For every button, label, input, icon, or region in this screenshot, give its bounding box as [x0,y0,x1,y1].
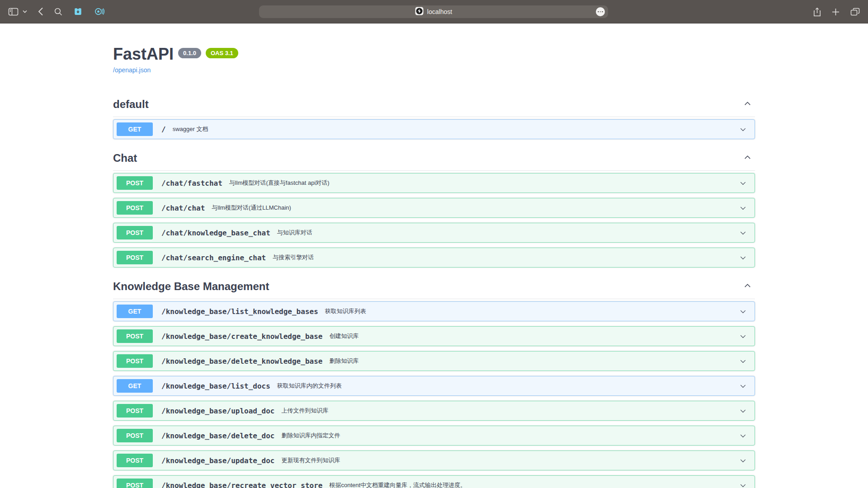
chevron-up-icon [743,103,752,110]
method-badge: POST [117,251,153,264]
method-badge: POST [117,201,153,215]
address-bar[interactable]: localhost [259,5,608,18]
method-badge: POST [117,429,153,442]
page-content: FastAPI 0.1.0 OAS 3.1 /openapi.json defa… [0,23,868,488]
site-favicon [415,7,424,17]
endpoint-row[interactable]: POST /knowledge_base/delete_doc 删除知识库内指定… [113,426,755,446]
chevron-down-icon [739,332,747,341]
method-badge: GET [117,379,153,393]
sidebar-toggle-icon [8,7,19,16]
back-button[interactable] [38,7,43,16]
endpoint-description: swagger 文档 [173,125,208,133]
endpoint-row[interactable]: GET / swagger 文档 [113,119,755,139]
section-header[interactable]: Chat [113,144,755,171]
version-badge: 0.1.0 [178,48,201,58]
new-tab-icon [832,8,840,16]
api-sections: default GET / swagger 文档 Chat [113,90,755,488]
chevron-down-icon [23,10,27,13]
endpoint-path: /knowledge_base/list_knowledge_bases [161,307,318,316]
chevron-down-icon [739,407,747,415]
endpoint-path: /chat/search_engine_chat [161,253,266,262]
section-title: Knowledge Base Management [113,280,269,293]
chevron-up-icon [743,157,752,164]
endpoint-path: /knowledge_base/delete_doc [161,432,274,440]
page-title: FastAPI 0.1.0 OAS 3.1 [113,44,755,64]
endpoint-row[interactable]: POST /chat/knowledge_base_chat 与知识库对话 [113,223,755,243]
method-badge: GET [117,122,153,136]
endpoint-path: / [161,125,166,134]
api-title-text: FastAPI [113,44,174,64]
back-icon [38,7,43,16]
endpoint-path: /chat/knowledge_base_chat [161,229,270,237]
endpoint-description: 获取知识库列表 [325,307,366,315]
section-collapse-button[interactable] [740,153,755,164]
endpoint-row[interactable]: POST /chat/fastchat 与llm模型对话(直接与fastchat… [113,173,755,193]
chevron-down-icon [739,382,747,390]
method-badge: POST [117,354,153,368]
endpoint-row[interactable]: POST /chat/chat 与llm模型对话(通过LLMChain) [113,198,755,218]
endpoint-row[interactable]: POST /knowledge_base/create_knowledge_ba… [113,326,755,346]
tab-overview-button[interactable] [850,8,860,16]
endpoint-row[interactable]: POST /chat/search_engine_chat 与搜索引擎对话 [113,248,755,267]
chevron-down-icon [739,432,747,440]
endpoint-path: /knowledge_base/update_doc [161,456,274,465]
method-badge: POST [117,479,153,488]
extension-bookmark-button[interactable] [73,7,83,16]
toolbar-left-group [6,7,105,16]
chevron-down-icon [739,253,747,262]
chevron-down-icon [739,307,747,316]
browser-toolbar: localhost [0,0,868,23]
endpoint-description: 与知识库对话 [277,229,312,237]
method-badge: POST [117,176,153,190]
share-button[interactable] [813,7,821,17]
new-tab-button[interactable] [832,8,840,16]
endpoint-row[interactable]: POST /knowledge_base/update_doc 更新现有文件到知… [113,450,755,470]
share-icon [813,7,821,17]
api-info-block: FastAPI 0.1.0 OAS 3.1 /openapi.json [113,23,755,74]
endpoint-row[interactable]: POST /knowledge_base/delete_knowledge_ba… [113,351,755,371]
endpoint-row[interactable]: GET /knowledge_base/list_knowledge_bases… [113,301,755,321]
endpoint-description: 与搜索引擎对话 [273,253,314,262]
extension-radar-button[interactable] [94,7,105,16]
page-more-button[interactable] [596,7,605,16]
tab-overview-icon [850,8,860,16]
method-badge: GET [117,305,153,318]
chevron-up-icon [743,285,752,292]
endpoint-path: /knowledge_base/recreate_vector_store [161,481,322,488]
api-section: Chat POST /chat/fastchat 与llm模型对话(直接与fas… [113,144,755,267]
url-text: localhost [427,8,452,15]
endpoint-row[interactable]: GET /knowledge_base/list_docs 获取知识库内的文件列… [113,376,755,396]
section-title: Chat [113,151,137,165]
extension-bookmark-icon [73,7,83,16]
section-collapse-button[interactable] [740,99,755,110]
chevron-down-icon [739,456,747,465]
sidebar-menu-button[interactable] [23,10,27,13]
endpoint-description: 更新现有文件到知识库 [281,456,340,465]
endpoint-path: /knowledge_base/upload_doc [161,407,274,415]
chevron-down-icon [739,229,747,237]
endpoint-description: 删除知识库 [329,357,359,365]
endpoint-description: 与llm模型对话(直接与fastchat api对话) [229,179,330,187]
section-collapse-button[interactable] [740,281,755,292]
api-section: Knowledge Base Management GET /knowledge… [113,272,755,488]
chevron-down-icon [739,204,747,212]
openapi-spec-link[interactable]: /openapi.json [113,66,151,74]
endpoint-path: /knowledge_base/delete_knowledge_base [161,357,322,366]
endpoint-row[interactable]: POST /knowledge_base/upload_doc 上传文件到知识库 [113,401,755,421]
endpoint-description: 与llm模型对话(通过LLMChain) [212,204,291,212]
endpoint-description: 创建知识库 [329,332,359,340]
endpoint-row[interactable]: POST /knowledge_base/recreate_vector_sto… [113,475,755,488]
method-badge: POST [117,454,153,467]
search-button[interactable] [54,8,62,16]
section-header[interactable]: default [113,90,755,117]
sidebar-toggle-button[interactable] [8,7,19,16]
section-rows: POST /chat/fastchat 与llm模型对话(直接与fastchat… [113,171,755,267]
chevron-down-icon [739,481,747,488]
endpoint-description: 获取知识库内的文件列表 [277,382,342,390]
api-section: default GET / swagger 文档 [113,90,755,139]
extension-radar-icon [94,7,105,16]
search-icon [54,8,62,16]
section-header[interactable]: Knowledge Base Management [113,272,755,299]
endpoint-path: /chat/fastchat [161,179,222,188]
method-badge: POST [117,329,153,343]
